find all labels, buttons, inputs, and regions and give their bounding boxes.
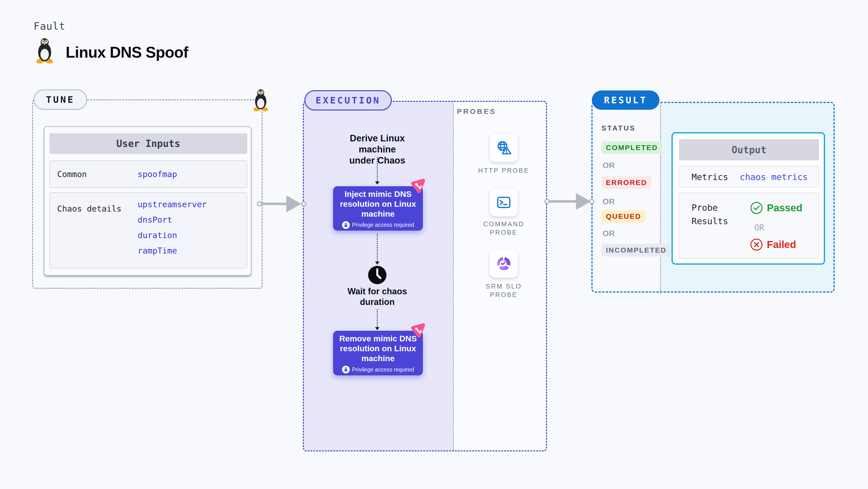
- result-badge: RESULT: [592, 91, 659, 110]
- srm-slo-probe-label: SRM SLO PROBE: [472, 282, 535, 299]
- flow-dotted-arrowhead: [375, 182, 379, 185]
- user-inputs-card: User Inputs Common spoofmap Chaos detail…: [44, 126, 251, 276]
- tux-icon: [35, 38, 54, 64]
- probe-label-line: COMMAND: [472, 220, 535, 228]
- output-title-band: Output: [679, 139, 819, 160]
- result-divider: [660, 103, 661, 291]
- privilege-label: Privilege access required: [352, 366, 414, 373]
- failed-label: Failed: [767, 239, 796, 251]
- probe-results-line2: Results: [691, 215, 728, 228]
- derive-line1: Derive Linux machine: [334, 133, 421, 155]
- chaos-details-row: Chaos details upstreamserver dnsPort dur…: [50, 192, 247, 268]
- result-badge-label: RESULT: [604, 95, 647, 105]
- probe-label-line: PROBE: [472, 291, 535, 299]
- flow-connector-dot: [257, 201, 262, 206]
- output-card: Output Metrics chaos metrics Probe Resul…: [672, 132, 825, 265]
- chaos-value: rampTime: [137, 246, 207, 256]
- flow-arrow-shaft: [549, 200, 577, 203]
- user-inputs-title-text: User Inputs: [116, 138, 180, 149]
- common-row: Common spoofmap: [50, 160, 247, 188]
- status-badge-incompleted: INCOMPLETED: [601, 244, 671, 256]
- check-circle-icon: [750, 201, 763, 215]
- execution-badge-label: EXECUTION: [316, 95, 381, 106]
- tune-badge: TUNE: [34, 90, 87, 110]
- execution-badge: EXECUTION: [304, 90, 392, 110]
- flow-dotted-arrowhead: [375, 327, 379, 330]
- tux-small-icon: [252, 89, 269, 111]
- tune-badge-label: TUNE: [46, 94, 75, 105]
- remove-step-label: Remove mimic DNS resolution on Linux mac…: [338, 334, 417, 363]
- flow-dotted-line: [377, 233, 378, 261]
- inject-step-node: Inject mimic DNS resolution on Linux mac…: [333, 186, 423, 231]
- or-label: OR: [602, 197, 615, 206]
- common-label: Common: [57, 169, 87, 179]
- command-probe-card: [490, 188, 518, 217]
- chaos-value: dnsPort: [137, 215, 207, 225]
- http-probe-label: HTTP PROBE: [472, 166, 535, 175]
- privilege-label: Privilege access required: [352, 222, 414, 228]
- status-badge-errored: ERRORED: [601, 176, 651, 189]
- common-value: spoofmap: [137, 169, 177, 179]
- flow-arrow-head: [286, 195, 301, 212]
- status-badge-queued: QUEUED: [601, 210, 646, 223]
- probes-divider: [453, 102, 454, 450]
- passed-result: Passed: [750, 201, 802, 215]
- or-label: OR: [602, 161, 615, 170]
- x-circle-icon: [750, 238, 763, 251]
- probe-label-line: PROBE: [472, 228, 535, 237]
- probe-results-label: Probe Results: [691, 201, 728, 228]
- metrics-value-link[interactable]: chaos metrics: [740, 170, 808, 184]
- page-title: Linux DNS Spoof: [66, 43, 188, 61]
- lock-icon: [342, 221, 350, 229]
- fault-diagram: Fault Linux DNS Spoof TUNE User Inputs C…: [0, 0, 868, 489]
- user-inputs-title: User Inputs: [50, 133, 247, 154]
- http-probe-card: [490, 134, 518, 162]
- remove-step-node: Remove mimic DNS resolution on Linux mac…: [333, 331, 423, 376]
- flow-connector-dot: [301, 201, 306, 206]
- chaos-experiment-icon: [410, 323, 425, 338]
- terminal-icon: [496, 195, 512, 210]
- probes-title: PROBES: [457, 107, 496, 116]
- inject-step-label: Inject mimic DNS resolution on Linux mac…: [338, 189, 417, 219]
- privilege-row: Privilege access required: [342, 366, 414, 373]
- command-probe-label: COMMAND PROBE: [472, 220, 535, 237]
- or-label: OR: [602, 229, 615, 238]
- chaos-values-list: upstreamserver dnsPort duration rampTime: [137, 199, 207, 256]
- clock-icon: [368, 265, 387, 285]
- failed-result: Failed: [750, 238, 796, 251]
- slo-donut-icon: [496, 256, 512, 272]
- status-title: STATUS: [601, 124, 636, 132]
- probe-results-line1: Probe: [691, 201, 728, 215]
- flow-connector-dot: [544, 199, 550, 204]
- chaos-details-label: Chaos details: [57, 204, 121, 214]
- output-title: Output: [732, 144, 767, 155]
- chaos-value: upstreamserver: [137, 199, 207, 209]
- lock-icon: [342, 366, 350, 373]
- wait-line1: Wait for chaos: [341, 286, 413, 297]
- passed-label: Passed: [767, 202, 802, 214]
- probe-label-line: HTTP PROBE: [472, 166, 535, 175]
- wait-line2: duration: [341, 297, 413, 307]
- srm-slo-probe-card: [490, 250, 518, 278]
- probe-label-line: SRM SLO: [472, 282, 535, 291]
- wait-node-label: Wait for chaos duration: [341, 286, 413, 307]
- status-badge-completed: COMPLETED: [601, 141, 662, 154]
- privilege-row: Privilege access required: [342, 221, 414, 229]
- flow-dotted-line: [377, 157, 378, 181]
- metrics-label: Metrics: [691, 170, 728, 184]
- metrics-row: Metrics chaos metrics: [679, 166, 819, 188]
- fault-eyebrow: Fault: [34, 20, 65, 32]
- flow-arrow-shaft: [261, 203, 287, 205]
- output-or-label: OR: [754, 223, 764, 232]
- flow-dotted-line: [377, 309, 378, 327]
- chaos-value: duration: [137, 230, 207, 240]
- flow-connector-dot: [589, 199, 594, 204]
- globe-alert-icon: [496, 140, 512, 156]
- flow-dotted-arrowhead: [375, 262, 379, 265]
- flow-arrow-head: [576, 193, 591, 210]
- probe-results-row: Probe Results Passed OR: [679, 193, 819, 259]
- chaos-experiment-icon: [410, 178, 425, 193]
